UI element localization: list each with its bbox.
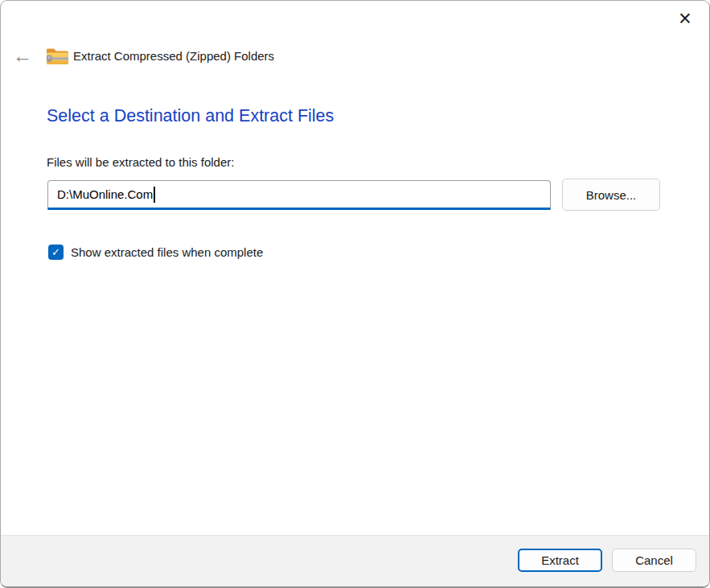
destination-path-input[interactable]: D:\MuOnline.Com [47,180,551,210]
text-caret [154,187,155,203]
show-extracted-checkbox[interactable]: ✓ [48,245,64,260]
destination-label: Files will be extracted to this folder: [47,155,234,169]
cancel-button[interactable]: Cancel [612,549,696,572]
checkmark-icon: ✓ [51,247,60,257]
extract-wizard-dialog: × ← Extract Compressed (Zipped) Folders … [0,0,710,588]
show-extracted-option: ✓ Show extracted files when complete [48,245,263,260]
close-icon[interactable]: × [671,5,700,32]
extract-button[interactable]: Extract [518,549,602,572]
show-extracted-label[interactable]: Show extracted files when complete [71,245,263,259]
zipped-folder-icon [46,46,69,67]
back-arrow-icon[interactable]: ← [10,43,35,68]
dialog-footer: Extract Cancel [1,535,709,586]
browse-button[interactable]: Browse... [562,179,660,211]
dialog-title: Extract Compressed (Zipped) Folders [73,49,274,63]
destination-path-value: D:\MuOnline.Com [57,187,153,201]
page-heading: Select a Destination and Extract Files [47,106,334,126]
